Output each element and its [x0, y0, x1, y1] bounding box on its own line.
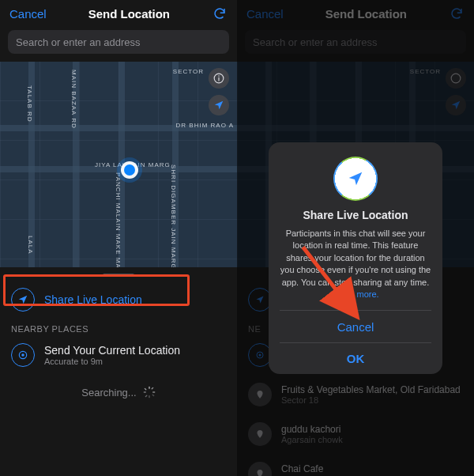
current-location-pin	[124, 164, 135, 176]
location-arrow-icon	[347, 170, 364, 187]
map-road-label: SHRI DIGAMBER JAIN MARG	[170, 164, 177, 267]
searching-row: Searching...	[0, 375, 237, 410]
svg-rect-9	[144, 387, 146, 390]
learn-more-link[interactable]: Learn more.	[332, 289, 378, 299]
share-live-dialog: Share Live Location Participants in this…	[269, 142, 442, 374]
svg-rect-5	[149, 387, 149, 389]
svg-rect-10	[152, 394, 154, 396]
map-info-button[interactable]	[209, 68, 229, 89]
location-arrow-icon	[213, 100, 224, 111]
svg-point-1	[218, 75, 220, 77]
info-icon	[213, 73, 224, 84]
dialog-cancel-button[interactable]: Cancel	[280, 311, 431, 342]
target-icon	[17, 349, 28, 361]
accuracy-label: Accurate to 9m	[44, 357, 180, 366]
svg-point-4	[21, 353, 24, 357]
map-road-label: TALAB RD	[26, 85, 33, 123]
annotation-highlight	[3, 274, 190, 306]
spinner-icon	[143, 386, 156, 399]
navbar: Cancel Send Location	[0, 0, 237, 27]
dialog-ok-button[interactable]: OK	[280, 342, 431, 374]
dialog-icon	[333, 157, 378, 201]
svg-rect-7	[143, 391, 145, 392]
dialog-title: Share Live Location	[280, 209, 431, 221]
right-screen: Cancel Send Location Search or enter an …	[237, 0, 474, 476]
map-road-label: DR BHIM RAO A	[176, 122, 234, 129]
map-locate-button[interactable]	[209, 95, 229, 115]
map-sector-label: SECTOR	[173, 68, 204, 75]
page-title: Send Location	[88, 7, 170, 21]
svg-rect-12	[145, 395, 147, 397]
svg-rect-8	[152, 391, 155, 392]
refresh-button[interactable]	[212, 6, 228, 21]
send-current-label: Send Your Current Location	[44, 344, 180, 357]
svg-rect-2	[218, 77, 219, 81]
svg-rect-6	[149, 395, 149, 398]
map-road-label: PANCHI MALAIN MAKE MARG	[115, 172, 122, 267]
nearby-header: NEARBY PLACES	[0, 319, 237, 335]
svg-rect-11	[151, 387, 153, 389]
send-current-location-row[interactable]: Send Your Current Location Accurate to 9…	[0, 335, 237, 375]
search-wrap: Search or enter an address	[0, 27, 237, 62]
dialog-body: Participants in this chat will see your …	[280, 228, 431, 300]
searching-label: Searching...	[81, 387, 136, 399]
cancel-button[interactable]: Cancel	[9, 7, 47, 21]
map-road-label: MAIN BAZAA RD	[70, 70, 77, 129]
refresh-icon	[213, 6, 227, 21]
map-view[interactable]: SECTOR TALAB RD MAIN BAZAA RD PANCHI MAL…	[0, 62, 237, 267]
map-road-label: LALA	[27, 236, 34, 255]
left-screen: Cancel Send Location Search or enter an …	[0, 0, 237, 476]
search-placeholder: Search or enter an address	[16, 36, 141, 48]
search-input[interactable]: Search or enter an address	[8, 30, 229, 54]
